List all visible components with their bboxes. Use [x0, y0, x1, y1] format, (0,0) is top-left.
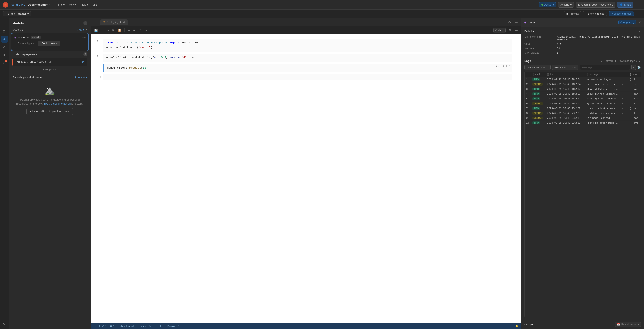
status-bell[interactable]: 🔔 — [515, 324, 518, 328]
log-more-icon[interactable]: ••• — [609, 78, 612, 80]
sidebar-item-monitor[interactable]: ▣ — [1, 52, 8, 58]
move-down-icon[interactable]: ↓ — [500, 65, 502, 68]
branch-more-icon[interactable]: ⋯ — [636, 11, 641, 16]
restart-btn[interactable]: ↺ — [137, 28, 142, 32]
simple-toggle[interactable]: ○ — [102, 324, 104, 328]
open-repo-button[interactable]: ⊡ Open in Code Repositories — [576, 2, 616, 8]
branch-selector[interactable]: ⑂ Branch master ▾ — [3, 11, 31, 16]
log-row[interactable]: 1 INFO 2024-09-25 16:43:18.504 server st… — [524, 77, 641, 82]
log-more-icon[interactable]: ••• — [621, 83, 623, 86]
log-more-icon[interactable]: ••• — [610, 116, 613, 119]
time-from-filter[interactable]: 2024-09-25 16:15:47 — [524, 65, 551, 70]
log-row[interactable]: 6 DEBUG 2024-09-25 16:43:18.907 Python i… — [524, 101, 641, 106]
import-model-button[interactable]: + Import a Palantir-provided model — [26, 108, 73, 115]
log-row[interactable]: 7 INFO 2024-09-25 16:43:23.932 Loaded pa… — [524, 106, 641, 111]
sidebar-toggle-icon[interactable]: ☰ — [94, 20, 99, 25]
copy-cell-icon[interactable]: ⎘ — [496, 65, 497, 68]
log-more-icon[interactable]: ••• — [621, 122, 623, 124]
actions-button[interactable]: Actions ▾ — [558, 2, 574, 8]
collapse-link[interactable]: Collapse ∧ — [12, 66, 88, 73]
move-up-icon[interactable]: ↑ — [498, 65, 499, 68]
log-more-icon[interactable]: ••• — [621, 107, 623, 110]
log-more-icon[interactable]: ••• — [621, 88, 623, 90]
paste-btn[interactable]: 📋 — [116, 28, 122, 32]
col-time[interactable]: ⣿ time — [546, 72, 585, 77]
rss-icon[interactable]: 📡 — [637, 66, 641, 69]
import-button[interactable]: ⬇ Import ▾ — [74, 76, 88, 79]
cell-1[interactable]: from palantir_models.code_workspaces imp… — [103, 39, 512, 52]
filter-dropdown[interactable]: ▾ — [632, 65, 636, 70]
deployment-help-icon[interactable]: ? — [84, 52, 88, 56]
cell-3[interactable]: ⎘ ↑ ↓ ⊕ ⊟ 🗑 model_client.predict(10) — [103, 64, 512, 72]
details-section-header[interactable]: Details ∧ — [524, 30, 641, 33]
time-to-filter[interactable]: 2024-09-25 17:15:47 — [552, 65, 578, 70]
download-logs-btn[interactable]: ⬇ Download logs ▾ — [614, 60, 637, 62]
log-row[interactable]: 4 INFO 2024-09-25 16:43:18.907 Setup pyt… — [524, 92, 641, 96]
menu-help[interactable]: Help ▾ — [79, 3, 90, 7]
deployment-item[interactable]: Thu, May 2, 2024, 1:41:23 PM ↺ — [12, 58, 88, 66]
more-btn[interactable]: ••• — [514, 28, 519, 32]
cell-4-code[interactable] — [104, 74, 512, 80]
gear-btn[interactable]: ⚙ — [508, 28, 513, 32]
cell-3-code[interactable]: model_client.predict(10) — [104, 64, 512, 72]
log-row[interactable]: 8 DEBUG 2024-09-25 16:43:23.933 Could no… — [524, 111, 641, 116]
log-more-icon[interactable]: ••• — [621, 92, 623, 95]
share-button[interactable]: 👤 Share — [617, 2, 634, 8]
close-panel-icon[interactable]: ✕ — [638, 20, 641, 24]
log-row[interactable]: 9 DEBUG 2024-09-25 16:43:23.933 Got mode… — [524, 116, 641, 120]
col-message[interactable]: ⣿ message — [585, 72, 628, 77]
sidebar-item-shapes[interactable]: ◇ — [1, 44, 8, 50]
add-button[interactable]: Add ▾ — [78, 28, 84, 31]
sidebar-item-home[interactable]: ⌂ — [1, 20, 8, 27]
col-level[interactable]: ⣿ level — [531, 72, 545, 77]
notebook-tab-close[interactable]: ✕ — [123, 21, 125, 24]
notebook-sidebar-icon[interactable]: ⚙ — [507, 20, 512, 25]
stop-btn[interactable]: ■ — [132, 28, 136, 32]
sync-button[interactable]: ↕ Sync changes — [583, 11, 607, 16]
menu-file[interactable]: File ▾ — [56, 3, 66, 7]
status-kernel-name[interactable]: Python [user-de... — [118, 325, 137, 328]
log-more-icon[interactable]: ••• — [621, 97, 623, 100]
notebook-more-icon[interactable]: ••• — [513, 20, 519, 25]
log-more-icon[interactable]: ••• — [621, 112, 623, 114]
palantir-link[interactable]: See the documentation — [44, 102, 70, 105]
notebook-tab[interactable]: ◎ Deploy.ipynb ✕ — [100, 19, 128, 25]
tab-deployments[interactable]: Deployments — [38, 41, 60, 46]
propose-button[interactable]: Propose changes — [609, 11, 634, 16]
deployment-refresh-icon[interactable]: ↺ — [82, 60, 84, 64]
cut-btn[interactable]: ✂ — [105, 28, 110, 32]
sidebar-item-layers[interactable]: ◫ — [1, 28, 8, 35]
col-params[interactable]: ⣿ para — [628, 72, 641, 77]
split-icon[interactable]: ⊟ — [506, 65, 508, 68]
cell-2-code[interactable]: model_client = model.deploy(cpu=0.5, mem… — [104, 54, 512, 62]
breadcrumb-parent[interactable]: Foundry ML — [10, 3, 25, 6]
sidebar-item-models[interactable]: ◈ — [1, 36, 8, 42]
sidebar-item-users[interactable]: ⚇ 1 — [1, 59, 8, 66]
log-filter-input[interactable]: Filter logs — [580, 65, 630, 70]
status-kernel[interactable]: ▣ 1 — [110, 324, 114, 328]
cell-1-code[interactable]: from palantir_models.code_workspaces imp… — [104, 39, 512, 52]
more-options-icon[interactable]: ⋯ — [635, 2, 641, 8]
log-row[interactable]: 2 DEBUG 2024-09-25 16:43:18.504 error op… — [524, 82, 641, 87]
save-btn[interactable]: 💾 — [93, 28, 99, 32]
log-row[interactable]: 10 INFO 2024-09-25 16:43:23.933 Found pa… — [524, 120, 641, 126]
models-help-icon[interactable]: ? — [84, 21, 88, 25]
cell-4[interactable] — [103, 74, 512, 80]
usage-timerange-selector[interactable]: 📅 Past 4 Hours ▾ — [615, 322, 641, 327]
log-more-icon[interactable]: ••• — [621, 102, 623, 105]
logs-chevron[interactable]: ∧ — [639, 60, 641, 62]
model-more-icon[interactable]: ••• — [82, 36, 86, 39]
log-row[interactable]: 5 INFO 2024-09-25 16:43:18.907 Testing n… — [524, 96, 641, 101]
delete-cell-icon[interactable]: 🗑 — [508, 65, 511, 68]
kernel-selector[interactable]: Code ▾ — [493, 28, 506, 33]
tab-code-snippets[interactable]: Code snippets — [14, 41, 38, 46]
menu-view[interactable]: View ▾ — [67, 3, 78, 7]
notebook-tab-add[interactable]: + — [128, 20, 133, 24]
star-icon[interactable]: ☆ — [49, 3, 52, 6]
preview-button[interactable]: ▣ Preview — [564, 11, 582, 16]
collapse-arrow[interactable]: ▾ — [86, 28, 88, 31]
run-all-btn[interactable]: ⏭ — [143, 28, 148, 32]
copy-btn[interactable]: ⎘ — [111, 28, 116, 32]
cell-2[interactable]: model_client = model.deploy(cpu=0.5, mem… — [103, 54, 512, 62]
sidebar-item-settings[interactable]: ⚙ — [1, 320, 8, 327]
